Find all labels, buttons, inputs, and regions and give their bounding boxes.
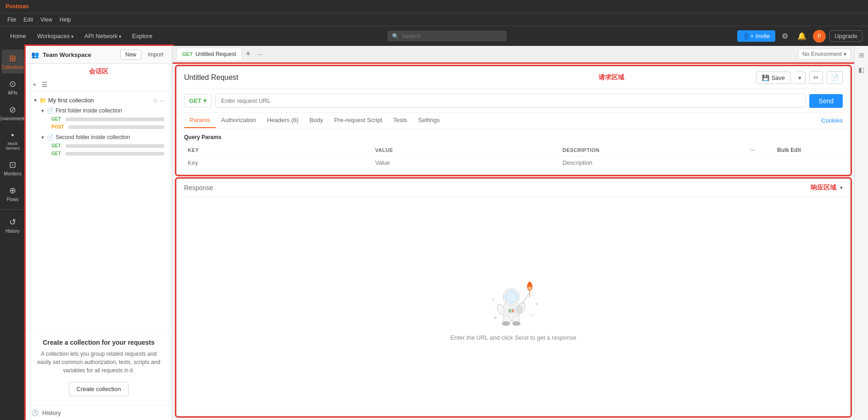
request-name-placeholder — [66, 118, 164, 121]
sidebar-item-apis[interactable]: ⊙ APIs — [2, 75, 24, 99]
tab-tests[interactable]: Tests — [388, 113, 413, 128]
request-item[interactable]: GET — [48, 142, 166, 150]
settings-button[interactable]: ⚙ — [779, 30, 791, 42]
add-tab-button[interactable]: + — [242, 48, 254, 60]
menu-help[interactable]: Help — [56, 15, 75, 25]
folder-header-1[interactable]: ▼ 📄 First folder inside collection — [39, 106, 166, 115]
caret-icon: ▼ — [33, 98, 38, 103]
tab-method-badge: GET — [182, 51, 193, 57]
new-button[interactable]: New — [120, 50, 141, 60]
sidebar-item-mock-servers[interactable]: ▪ Mock Servers — [2, 127, 24, 154]
key-input[interactable] — [188, 159, 368, 166]
right-panel-button-2[interactable]: ◧ — [857, 64, 866, 75]
cookies-link[interactable]: Cookies — [821, 113, 843, 128]
send-button[interactable]: Send — [809, 94, 843, 108]
doc-button[interactable]: 📄 — [827, 71, 843, 84]
value-input[interactable] — [375, 159, 555, 166]
top-nav: Home Workspaces API Network Explore 🔍 👤+… — [0, 26, 868, 46]
main-layout: ⊞ Collections ⊙ APIs ⊘ Environments ▪ Mo… — [0, 46, 868, 420]
svg-point-14 — [502, 321, 510, 326]
save-button[interactable]: 💾 Save — [756, 72, 791, 84]
session-label: 会话区 — [31, 67, 166, 76]
icon-sidebar: ⊞ Collections ⊙ APIs ⊘ Environments ▪ Mo… — [0, 46, 26, 420]
sidebar-item-flows[interactable]: ⊕ Flows — [2, 182, 24, 206]
more-icon[interactable]: ··· — [160, 97, 164, 104]
svg-rect-16 — [516, 306, 522, 314]
collection-header[interactable]: ▼ 📁 My first collection ☆ ··· — [31, 95, 166, 105]
tab-authorization[interactable]: Authorization — [216, 113, 262, 128]
menu-edit[interactable]: Edit — [20, 15, 37, 25]
search-input[interactable] — [402, 33, 502, 39]
tab-body[interactable]: Body — [304, 113, 329, 128]
request-item[interactable]: POST — [48, 123, 166, 131]
request-name-placeholder — [68, 125, 164, 129]
sidebar-item-collections[interactable]: ⊞ Collections — [2, 50, 24, 73]
sidebar-item-history-label: History — [6, 229, 20, 234]
add-collection-button[interactable]: + — [31, 79, 38, 90]
request-item[interactable]: GET — [48, 115, 166, 123]
edit-button[interactable]: ✏ — [809, 71, 823, 84]
import-button[interactable]: Import — [145, 50, 166, 59]
sidebar-item-monitors-label: Monitors — [4, 171, 21, 176]
sidebar-item-monitors[interactable]: ⊡ Monitors — [2, 156, 24, 180]
folder-header-2[interactable]: ▼ 📄 Second folder inside collection — [39, 133, 166, 142]
star-icon[interactable]: ☆ — [153, 97, 158, 104]
history-section[interactable]: 🕐 History — [26, 405, 172, 420]
tab-more-button[interactable]: ··· — [254, 50, 265, 59]
sidebar-item-history[interactable]: ↺ History — [2, 213, 24, 237]
nav-explore[interactable]: Explore — [128, 30, 157, 42]
sidebar-item-mock-servers-label: Mock Servers — [4, 141, 22, 151]
avatar[interactable]: P — [813, 30, 826, 43]
create-collection-button[interactable]: Create collection — [69, 382, 129, 396]
folder-name-2: Second folder inside collection — [56, 134, 130, 140]
folder-contents: ▼ 📄 First folder inside collection GET P… — [31, 105, 166, 158]
method-dropdown-icon: ▾ — [203, 97, 207, 104]
invite-button[interactable]: 👤+ Invite — [737, 30, 775, 42]
url-bar: GET ▾ Send — [177, 89, 850, 113]
method-post-badge: POST — [50, 124, 66, 130]
method-get-badge: GET — [50, 151, 63, 157]
astronaut-illustration — [482, 272, 546, 327]
sidebar-separator — [0, 209, 25, 210]
caret-icon: ▼ — [40, 135, 45, 140]
search-box[interactable]: 🔍 — [387, 31, 507, 41]
method-select[interactable]: GET ▾ — [184, 94, 212, 107]
svg-point-18 — [509, 310, 511, 312]
menu-file[interactable]: File — [4, 15, 20, 25]
tab-headers[interactable]: Headers (6) — [262, 113, 304, 128]
collections-toolbar: + ☰ — [26, 78, 172, 92]
notifications-button[interactable]: 🔔 — [795, 30, 809, 42]
nav-api-network[interactable]: API Network — [80, 30, 126, 42]
tab-pre-request-script[interactable]: Pre-request Script — [329, 113, 388, 128]
environment-selector[interactable]: No Environment ▾ — [798, 49, 851, 60]
url-input[interactable] — [215, 94, 806, 108]
nav-workspaces[interactable]: Workspaces — [33, 30, 78, 42]
response-empty-state: Enter the URL and click Send to get a re… — [177, 197, 850, 416]
sidebar-item-environments[interactable]: ⊘ Environments — [2, 101, 24, 125]
right-panel-button-1[interactable]: ⊞ — [857, 50, 866, 61]
response-expand-icon[interactable]: ▾ — [840, 185, 843, 191]
session-area: 会话区 — [26, 64, 172, 78]
history-label: History — [42, 409, 61, 416]
description-input[interactable] — [563, 159, 743, 166]
sidebar-item-apis-label: APIs — [8, 90, 17, 95]
svg-point-0 — [494, 316, 497, 319]
save-dropdown-button[interactable]: ▾ — [795, 72, 806, 84]
monitors-icon: ⊡ — [9, 160, 16, 170]
sidebar-item-collections-label: Collections — [1, 65, 24, 70]
nav-home[interactable]: Home — [6, 30, 31, 42]
request-title: Untitled Request — [184, 73, 466, 82]
collection-name: My first collection — [48, 97, 151, 104]
request-title-bar: Untitled Request 请求区域 💾 Save ▾ ✏ 📄 — [177, 67, 850, 89]
tab-params[interactable]: Params — [184, 113, 216, 128]
bulk-edit-button[interactable]: Bulk Edit — [777, 147, 801, 153]
upgrade-button[interactable]: Upgrade — [829, 30, 862, 42]
menu-view[interactable]: View — [37, 15, 56, 25]
collection-tree: ▼ 📁 My first collection ☆ ··· ▼ 📄 First … — [26, 92, 172, 329]
filter-button[interactable]: ☰ — [40, 79, 49, 90]
tab-settings[interactable]: Settings — [413, 113, 445, 128]
query-params-title: Query Params — [184, 134, 843, 140]
request-item[interactable]: GET — [48, 150, 166, 157]
request-tab[interactable]: GET Untitled Request — [176, 48, 242, 60]
svg-point-1 — [531, 314, 533, 316]
